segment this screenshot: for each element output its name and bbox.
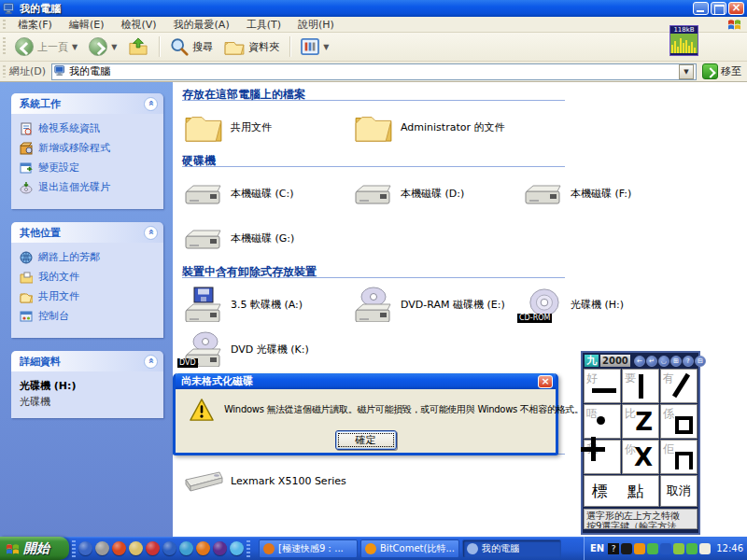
system-tasks-header[interactable]: 系統工作 » — [11, 93, 163, 114]
restore-button[interactable] — [711, 2, 726, 15]
menu-item-2[interactable]: 檢視(V) — [112, 18, 164, 32]
task-link-network[interactable]: 網路上的芳鄰 — [20, 250, 158, 264]
address-field[interactable]: ▼ — [51, 63, 697, 80]
task-link-label: 共用文件 — [38, 289, 79, 303]
details-header[interactable]: 詳細資料 » — [11, 351, 163, 371]
ime-key-3[interactable]: 有 — [660, 369, 698, 403]
taskbar-grip[interactable] — [72, 540, 76, 557]
task-link-addremove[interactable]: 新增或移除程式 — [20, 141, 158, 155]
address-input[interactable] — [69, 65, 676, 77]
language-indicator[interactable]: EN — [590, 543, 604, 553]
tray-icon-2[interactable] — [634, 543, 645, 554]
back-button[interactable]: 上一頁 ▼ — [9, 35, 83, 58]
cancel-button[interactable]: 取消 — [660, 475, 698, 507]
stroke-shu-icon — [639, 374, 643, 399]
task-link-shareddocs[interactable]: 共用文件 — [20, 289, 158, 303]
title-bar[interactable]: 我的電腦 — [0, 0, 747, 17]
folders-button[interactable]: 資料夾 — [218, 36, 285, 57]
punctuation-button[interactable]: 標 點 — [584, 475, 659, 507]
quick-launch-icon-8[interactable] — [196, 541, 210, 555]
quick-launch-icon-5[interactable] — [146, 541, 160, 555]
taskbar-grip[interactable] — [247, 540, 250, 557]
item-cdrom[interactable]: CD-ROM光碟機 (H:) — [522, 284, 692, 325]
task-button-1[interactable]: [極速快感9：... — [259, 539, 358, 558]
ime-space-button[interactable]: ◡ — [658, 356, 669, 367]
ime-key-7[interactable]: 我 — [584, 440, 621, 474]
close-button[interactable] — [728, 2, 744, 15]
ime-help-button[interactable]: ? — [683, 356, 694, 367]
item-drive[interactable]: 本機磁碟 (C:) — [182, 173, 352, 214]
address-dropdown-button[interactable]: ▼ — [679, 64, 694, 79]
section-header-removable: 裝置中含有卸除式存放裝置 — [182, 264, 565, 278]
collapse-chevron-icon[interactable]: » — [144, 226, 158, 240]
item-drive[interactable]: 本機磁碟 (G:) — [182, 217, 352, 259]
ime-key-9[interactable]: 佢 — [660, 440, 698, 474]
tray-icon-1[interactable] — [621, 543, 632, 554]
task-button-2[interactable]: BitComet(比特... — [360, 539, 459, 558]
item-folder[interactable]: Administrator 的文件 — [352, 106, 522, 147]
tray-icon-6[interactable] — [686, 543, 698, 554]
item-folder[interactable]: 共用文件 — [182, 106, 352, 147]
ime-key-6[interactable]: 係 — [660, 404, 698, 439]
task-link-controlpanel[interactable]: 控制台 — [20, 309, 158, 323]
quick-launch-icon-9[interactable] — [213, 541, 227, 555]
item-dvddrive[interactable]: DVDDVD 光碟機 (K:) — [182, 329, 352, 370]
ime-key-5[interactable]: 比Z — [622, 404, 659, 439]
tray-icon-7[interactable] — [699, 543, 711, 554]
quick-launch-icon-3[interactable] — [112, 541, 126, 555]
ime-grid-button[interactable]: ⊞ — [670, 356, 682, 367]
up-button[interactable] — [122, 35, 154, 58]
menu-item-3[interactable]: 我的最愛(A) — [165, 18, 238, 32]
menu-item-5[interactable]: 說明(H) — [289, 18, 343, 32]
ime-key-4[interactable]: 唔 — [584, 404, 621, 439]
item-scanner[interactable]: Lexmark X5100 Series — [182, 460, 352, 501]
tray-icon-5[interactable] — [673, 543, 684, 554]
collapse-chevron-icon[interactable]: » — [144, 97, 158, 111]
ime-enter-button[interactable]: ↵ — [646, 356, 657, 367]
quick-launch-icon-4[interactable] — [129, 541, 143, 555]
ime-window-button[interactable]: ⊟ — [695, 356, 706, 367]
item-drive[interactable]: 本機磁碟 (D:) — [352, 173, 522, 214]
views-button[interactable]: ▼ — [295, 36, 334, 57]
dialog-title-bar[interactable]: 尚未格式化磁碟 × — [176, 373, 556, 389]
item-dvdram[interactable]: DVD-RAM 磁碟機 (E:) — [352, 284, 522, 325]
item-drive[interactable]: 本機磁碟 (F:) — [522, 173, 692, 214]
section-header-files: 存放在這部電腦上的檔案 — [182, 87, 565, 101]
ime-key-2[interactable]: 要 — [622, 369, 659, 403]
menu-item-4[interactable]: 工具(T) — [238, 18, 289, 32]
ime-key-8[interactable]: 你X — [622, 440, 659, 474]
task-button-3[interactable]: 我的電腦 — [462, 539, 561, 558]
menu-item-1[interactable]: 編輯(E) — [61, 18, 113, 32]
search-button[interactable]: 搜尋 — [164, 35, 218, 58]
item-label: 本機磁碟 (G:) — [231, 231, 294, 245]
quick-launch-icon-7[interactable] — [179, 541, 193, 555]
start-button[interactable]: 開始 — [0, 537, 69, 560]
task-link-mydocs[interactable]: 我的文件 — [20, 270, 158, 284]
quick-launch-icon-2[interactable] — [95, 541, 109, 555]
ime-key-1[interactable]: 好 — [584, 369, 621, 403]
folder-icon — [352, 108, 395, 146]
ime-help-icon[interactable]: ? — [608, 543, 619, 554]
ok-button[interactable]: 確定 — [335, 430, 397, 450]
folder-icon — [182, 108, 225, 146]
quick-launch-icon-6[interactable] — [162, 541, 176, 555]
minimize-button[interactable] — [693, 2, 709, 15]
collapse-chevron-icon[interactable]: » — [144, 355, 158, 369]
task-link-settings[interactable]: 變更設定 — [20, 161, 158, 175]
dialog-close-button[interactable]: × — [538, 375, 553, 388]
tray-icon-3[interactable] — [647, 543, 658, 554]
network-traffic-monitor[interactable]: 118kB — [669, 25, 698, 56]
quick-launch-icon-10[interactable] — [230, 541, 244, 555]
ime-header[interactable]: 九 2000 ←↵◡⊞?⊟ — [583, 353, 698, 369]
task-button-area: [極速快感9：...BitComet(比特...我的電腦 — [259, 539, 584, 558]
task-link-sysinfo[interactable]: 檢視系統資訊 — [20, 121, 158, 135]
go-button[interactable]: 移至 — [697, 63, 747, 79]
tray-icon-4[interactable] — [660, 543, 671, 554]
item-floppy[interactable]: 3.5 軟碟機 (A:) — [182, 284, 352, 325]
quick-launch-icon-1[interactable] — [78, 541, 92, 555]
other-places-header[interactable]: 其他位置 » — [11, 222, 163, 243]
forward-button[interactable]: ▼ — [83, 35, 122, 58]
menu-item-0[interactable]: 檔案(F) — [9, 18, 61, 32]
ime-back-button[interactable]: ← — [634, 356, 645, 367]
task-link-eject[interactable]: 退出這個光碟片 — [20, 180, 158, 194]
